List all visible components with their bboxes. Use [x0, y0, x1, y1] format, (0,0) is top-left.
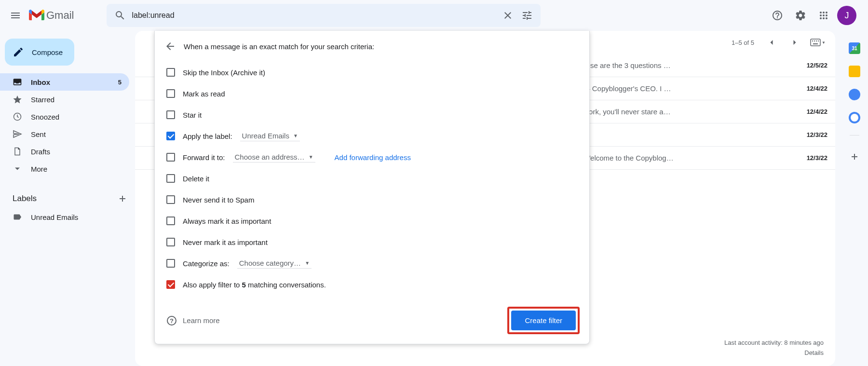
arrow-left-icon: [164, 41, 176, 52]
header: Gmail J: [0, 0, 868, 31]
learn-more-link[interactable]: ? Learn more: [166, 315, 220, 326]
sidebar: Compose Inbox 5 Starred Snoozed Sent Dra…: [0, 31, 135, 226]
clock-icon: [13, 112, 22, 122]
sidebar-item-inbox[interactable]: Inbox 5: [0, 73, 129, 91]
checkbox-checked[interactable]: [166, 132, 175, 140]
mail-date: 12/4/22: [789, 108, 827, 115]
checkbox[interactable]: [166, 68, 175, 77]
calendar-app-icon[interactable]: 31: [849, 42, 860, 54]
nav-label: Drafts: [31, 148, 50, 156]
contacts-app-icon[interactable]: [849, 112, 860, 123]
checkbox[interactable]: [166, 174, 175, 183]
account-avatar[interactable]: J: [837, 6, 856, 25]
option-forward[interactable]: Forward it to: Choose an address… ▼ Add …: [164, 147, 580, 168]
hamburger-icon: [10, 10, 21, 21]
search-input[interactable]: [130, 11, 498, 20]
mail-date: 12/3/22: [789, 154, 827, 162]
labels-heading-text: Labels: [13, 194, 37, 203]
pencil-icon: [13, 46, 24, 58]
svg-rect-6: [813, 43, 818, 44]
chevron-down-icon: ▼: [305, 260, 310, 266]
compose-button[interactable]: Compose: [5, 39, 74, 66]
option-apply-label[interactable]: Apply the label: Unread Emails ▼: [164, 125, 580, 147]
option-categorize[interactable]: Categorize as: Choose category… ▼: [164, 253, 580, 274]
forward-dropdown[interactable]: Choose an address… ▼: [233, 152, 315, 163]
popup-header: When a message is an exact match for you…: [164, 41, 580, 52]
checkbox[interactable]: [166, 89, 175, 98]
add-forwarding-link[interactable]: Add forwarding address: [335, 153, 411, 162]
checkbox[interactable]: [166, 110, 175, 119]
svg-rect-4: [816, 41, 817, 41]
settings-button[interactable]: [791, 6, 810, 25]
label-unread-emails[interactable]: Unread Emails: [0, 208, 135, 226]
close-icon: [502, 10, 514, 21]
back-button[interactable]: [164, 41, 176, 52]
input-tools-button[interactable]: ▼: [808, 33, 827, 52]
label-text: Unread Emails: [31, 213, 78, 221]
option-label: Star it: [183, 111, 202, 119]
sidebar-item-snoozed[interactable]: Snoozed: [0, 108, 129, 125]
plus-icon[interactable]: [118, 194, 127, 203]
page-count: 1–5 of 5: [732, 39, 754, 46]
label-dropdown[interactable]: Unread Emails ▼: [240, 131, 300, 141]
option-delete-it[interactable]: Delete it: [164, 168, 580, 189]
chevron-right-icon: [790, 38, 800, 47]
option-also-apply[interactable]: Also apply filter to 5 matching conversa…: [164, 274, 580, 295]
category-dropdown[interactable]: Choose category… ▼: [237, 258, 312, 269]
apps-button[interactable]: [814, 6, 833, 25]
nav-label: Starred: [31, 95, 54, 104]
tasks-app-icon[interactable]: [849, 89, 860, 100]
checkbox[interactable]: [166, 217, 175, 225]
option-mark-read[interactable]: Mark as read: [164, 83, 580, 104]
gear-icon: [795, 10, 806, 21]
next-page-button[interactable]: [785, 33, 804, 52]
checkbox[interactable]: [166, 195, 175, 204]
compose-label: Compose: [32, 48, 63, 56]
option-star-it[interactable]: Star it: [164, 104, 580, 125]
mail-date: 12/4/22: [789, 85, 827, 92]
option-label: Delete it: [183, 175, 209, 183]
inbox-count: 5: [118, 79, 122, 86]
main-menu-button[interactable]: [4, 4, 27, 27]
add-apps-button[interactable]: [845, 147, 864, 166]
option-skip-inbox[interactable]: Skip the Inbox (Archive it): [164, 62, 580, 83]
option-label: Also apply filter to 5 matching conversa…: [183, 281, 326, 289]
search-bar: [107, 4, 541, 27]
checkbox[interactable]: [166, 153, 175, 162]
footer: Last account activity: 8 minutes ago Det…: [724, 338, 824, 358]
tune-icon: [521, 10, 533, 21]
header-actions: J: [768, 6, 864, 25]
checkbox-checked-highlighted[interactable]: [166, 280, 175, 289]
create-filter-button[interactable]: Create filter: [511, 311, 576, 330]
checkbox[interactable]: [166, 238, 175, 246]
create-filter-highlight: Create filter: [507, 307, 580, 334]
chevron-down-icon: [13, 164, 22, 174]
labels-heading: Labels: [0, 189, 135, 208]
sidebar-item-drafts[interactable]: Drafts: [0, 143, 129, 160]
option-never-important[interactable]: Never mark it as important: [164, 231, 580, 253]
search-button[interactable]: [110, 6, 130, 25]
mail-date: 12/3/22: [789, 131, 827, 138]
search-options-button[interactable]: [517, 6, 537, 25]
option-always-important[interactable]: Always mark it as important: [164, 210, 580, 231]
sidebar-item-sent[interactable]: Sent: [0, 125, 129, 143]
filter-create-popup: When a message is an exact match for you…: [154, 31, 590, 344]
label-icon: [13, 212, 22, 222]
option-never-spam[interactable]: Never send it to Spam: [164, 189, 580, 210]
sidebar-item-more[interactable]: More: [0, 160, 129, 177]
checkbox[interactable]: [166, 259, 175, 268]
nav-label: Snoozed: [31, 113, 59, 121]
support-button[interactable]: [768, 6, 787, 25]
gmail-logo[interactable]: Gmail: [27, 9, 78, 22]
sidebar-item-starred[interactable]: Starred: [0, 91, 129, 108]
clear-search-button[interactable]: [498, 6, 517, 25]
prev-page-button[interactable]: [762, 33, 781, 52]
option-label: Apply the label:: [183, 132, 232, 140]
nav-label: Inbox: [31, 78, 50, 86]
keep-app-icon[interactable]: [849, 66, 860, 77]
svg-rect-3: [814, 41, 815, 41]
nav-label: Sent: [31, 130, 46, 138]
details-link[interactable]: Details: [804, 349, 824, 356]
gmail-logo-icon: [29, 10, 44, 21]
send-icon: [13, 129, 22, 139]
